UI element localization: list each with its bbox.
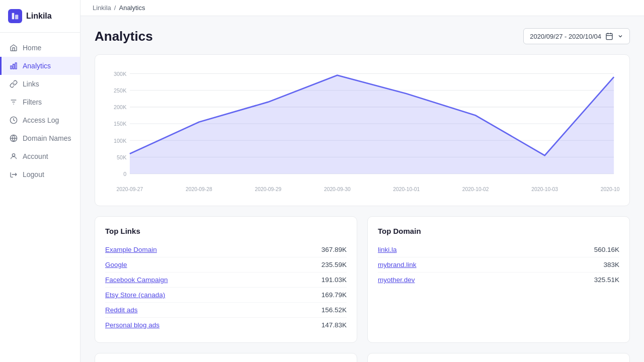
content-area: Analytics 2020/09/27 - 2020/10/04 050K10… (80, 16, 644, 362)
sidebar-item-logout[interactable]: Logout (0, 165, 80, 184)
sidebar-item-account[interactable]: Account (0, 147, 80, 165)
top-link-value: 235.59K (321, 261, 347, 268)
sidebar-item-filters-label: Filters (23, 98, 42, 106)
logo-text: Linkila (26, 12, 52, 21)
top-link-label[interactable]: Example Domain (105, 246, 157, 253)
top-link-value: 156.52K (321, 306, 347, 314)
top-link-row: Facebook Campaign191.03K (105, 273, 347, 288)
svg-text:2020-09-29: 2020-09-29 (255, 187, 281, 192)
sidebar-item-home[interactable]: Home (0, 39, 80, 57)
page-title: Analytics (95, 29, 153, 44)
access-log-icon (10, 116, 18, 124)
top-link-row: Example Domain367.89K (105, 242, 347, 257)
chevron-down-icon (617, 33, 623, 39)
sidebar-item-analytics-label: Analytics (23, 62, 51, 70)
top-domain-row: myother.dev325.51K (378, 273, 619, 287)
breadcrumb: Linkila / Analytics (93, 4, 145, 12)
top-link-label[interactable]: Reddit ads (105, 306, 138, 314)
top-domain-panel: Top Domain linki.la560.16Kmybrand.link38… (367, 216, 630, 343)
account-icon (10, 152, 18, 160)
logo-icon (8, 9, 22, 23)
svg-text:2020-10-03: 2020-10-03 (531, 187, 558, 192)
top-domain-row: linki.la560.16K (378, 242, 619, 257)
svg-text:300K: 300K (114, 71, 127, 77)
svg-rect-11 (606, 34, 612, 40)
home-icon (10, 44, 18, 52)
svg-text:150K: 150K (114, 121, 127, 127)
top-domain-label[interactable]: mybrand.link (378, 261, 417, 268)
breadcrumb-parent[interactable]: Linkila (93, 4, 111, 12)
svg-text:2020-10-02: 2020-10-02 (462, 187, 489, 192)
top-link-value: 191.03K (321, 276, 347, 284)
sidebar-nav: Home Analytics Links Filters Access Log … (0, 33, 80, 362)
svg-text:100K: 100K (114, 138, 127, 144)
svg-text:50K: 50K (117, 154, 127, 160)
sidebar-item-analytics[interactable]: Analytics (0, 57, 80, 75)
svg-point-10 (12, 154, 15, 156)
languages-panel: Languages EN 831.6K FR 206.97K (95, 353, 357, 362)
svg-text:250K: 250K (114, 87, 127, 94)
links-icon (10, 80, 18, 88)
top-domain-label[interactable]: linki.la (378, 246, 397, 253)
svg-text:2020-09-28: 2020-09-28 (186, 187, 212, 192)
top-link-row: Google235.59K (105, 257, 347, 273)
sidebar-item-logout-label: Logout (23, 170, 44, 178)
logout-icon (10, 170, 18, 178)
device-types-panel: Device types Mobile 712.18K Desktop 337.… (367, 353, 630, 362)
main-content: Linkila / Analytics Analytics 2020/09/27… (80, 0, 644, 362)
svg-text:2020-10-01: 2020-10-01 (393, 187, 420, 192)
breadcrumb-separator: / (114, 4, 116, 12)
top-link-label[interactable]: Etsy Store (canada) (105, 291, 165, 299)
date-picker-button[interactable]: 2020/09/27 - 2020/10/04 (523, 28, 630, 44)
svg-text:2020-09-30: 2020-09-30 (324, 187, 351, 192)
sidebar-item-links-label: Links (23, 80, 39, 88)
date-range-label: 2020/09/27 - 2020/10/04 (530, 33, 601, 40)
top-links-title: Top Links (105, 227, 347, 235)
top-link-label[interactable]: Facebook Campaign (105, 276, 168, 284)
top-link-row: Etsy Store (canada)169.79K (105, 288, 347, 303)
analytics-icon (10, 62, 18, 70)
domain-names-icon (10, 134, 18, 142)
top-links-rows: Example Domain367.89KGoogle235.59KFacebo… (105, 242, 347, 332)
svg-text:2020-10-04: 2020-10-04 (601, 187, 619, 192)
svg-text:0: 0 (123, 171, 126, 177)
calendar-icon (605, 32, 613, 40)
sidebar: Linkila Home Analytics Links Filters Acc… (0, 0, 80, 362)
filters-icon (10, 98, 18, 106)
sidebar-item-domain-names[interactable]: Domain Names (0, 129, 80, 147)
top-domain-title: Top Domain (378, 227, 619, 235)
svg-rect-2 (11, 66, 12, 69)
top-domain-rows: linki.la560.16Kmybrand.link383Kmyother.d… (378, 242, 619, 287)
breadcrumb-current: Analytics (119, 4, 145, 12)
top-link-value: 147.83K (321, 321, 347, 329)
svg-rect-4 (15, 63, 17, 69)
sidebar-item-domain-names-label: Domain Names (23, 134, 71, 142)
topbar: Linkila / Analytics (80, 0, 644, 16)
panels-row-2: Languages EN 831.6K FR 206.97K Device ty… (95, 353, 630, 362)
top-link-row: Personal blog ads147.83K (105, 318, 347, 332)
svg-rect-3 (13, 64, 15, 69)
top-domain-row: mybrand.link383K (378, 257, 619, 273)
svg-text:2020-09-27: 2020-09-27 (117, 187, 143, 192)
top-domain-value: 560.16K (594, 246, 619, 253)
analytics-chart: 050K100K150K200K250K300K2020-09-272020-0… (95, 54, 630, 206)
top-domain-value: 383K (603, 261, 619, 268)
top-link-label[interactable]: Google (105, 261, 127, 268)
svg-text:200K: 200K (114, 104, 127, 110)
sidebar-item-access-log[interactable]: Access Log (0, 111, 80, 129)
top-link-label[interactable]: Personal blog ads (105, 321, 159, 329)
sidebar-item-links[interactable]: Links (0, 75, 80, 93)
sidebar-item-account-label: Account (23, 152, 48, 160)
top-domain-label[interactable]: myother.dev (378, 276, 415, 284)
sidebar-item-home-label: Home (23, 44, 41, 52)
svg-rect-1 (15, 15, 18, 19)
top-link-value: 367.89K (321, 246, 347, 253)
top-domain-value: 325.51K (594, 276, 619, 284)
top-link-value: 169.79K (321, 291, 347, 299)
sidebar-item-access-log-label: Access Log (23, 116, 59, 124)
svg-rect-0 (12, 13, 15, 20)
page-header: Analytics 2020/09/27 - 2020/10/04 (95, 28, 630, 44)
logo[interactable]: Linkila (0, 0, 80, 33)
sidebar-item-filters[interactable]: Filters (0, 93, 80, 111)
top-link-row: Reddit ads156.52K (105, 303, 347, 318)
